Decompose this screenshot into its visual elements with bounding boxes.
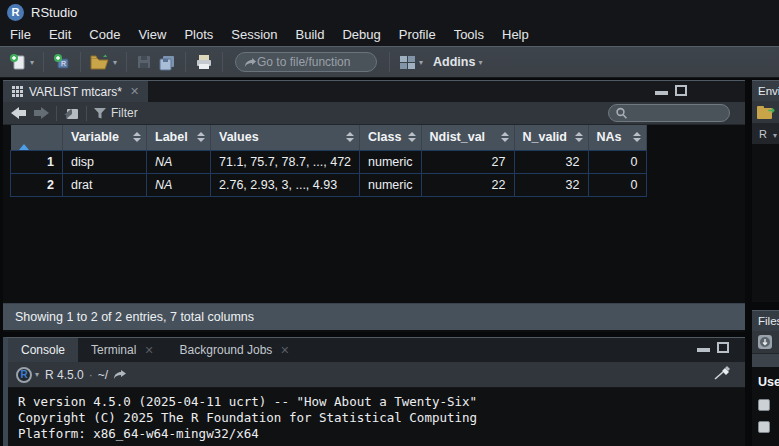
- maximize-icon[interactable]: [675, 85, 687, 96]
- viewer-tabstrip: VARLIST mtcars* ✕: [3, 81, 745, 102]
- r-version-label[interactable]: R 4.5.0: [45, 368, 84, 382]
- new-file-button[interactable]: ▾: [6, 50, 37, 74]
- viewer-toolbar: Filter: [3, 102, 745, 125]
- sort-icon: [197, 132, 205, 142]
- file-checkbox[interactable]: [758, 421, 770, 433]
- save-button[interactable]: [133, 50, 155, 74]
- close-icon[interactable]: ✕: [130, 85, 139, 98]
- chevron-down-icon[interactable]: ▾: [35, 370, 39, 379]
- new-project-icon: R: [53, 53, 71, 71]
- right-panel: Environment ➜ R ▾ Files: [752, 78, 779, 446]
- open-folder-icon: [90, 54, 110, 70]
- tab-background-jobs[interactable]: Background Jobs ✕: [167, 338, 303, 362]
- table-search-box[interactable]: [608, 104, 730, 122]
- tab-environment[interactable]: Environment: [752, 80, 779, 101]
- goto-directory-icon[interactable]: [113, 369, 127, 380]
- titlebar: R RStudio: [0, 0, 779, 24]
- workspace: VARLIST mtcars* ✕: [0, 78, 779, 446]
- col-values[interactable]: Values: [211, 125, 360, 150]
- minimize-icon[interactable]: [697, 348, 710, 352]
- save-all-icon: [158, 54, 176, 71]
- file-checkbox[interactable]: [758, 399, 770, 411]
- files-path-label: User: [752, 367, 779, 389]
- save-icon: [136, 54, 152, 70]
- new-folder-icon[interactable]: [757, 334, 773, 350]
- sort-icon: [633, 132, 641, 142]
- tab-varlist-mtcars[interactable]: VARLIST mtcars* ✕: [3, 81, 148, 102]
- console-line: R version 4.5.0 (2025-04-11 ucrt) -- "Ho…: [18, 394, 477, 409]
- r-version-icon: R: [16, 367, 32, 383]
- new-file-icon: [9, 53, 27, 71]
- addins-button[interactable]: Addins ▾: [426, 50, 485, 74]
- clear-console-broom-icon[interactable]: [713, 365, 731, 381]
- sorted-ascending-icon: [19, 130, 29, 150]
- tab-terminal[interactable]: Terminal ✕: [78, 338, 167, 362]
- console-tabstrip: Console Terminal ✕ Background Jobs ✕: [8, 338, 745, 362]
- tab-console[interactable]: Console: [8, 338, 78, 362]
- menu-profile[interactable]: Profile: [390, 24, 445, 46]
- col-variable[interactable]: Variable: [63, 125, 147, 150]
- files-header-strip: [752, 354, 779, 367]
- maximize-icon[interactable]: [717, 342, 729, 353]
- menu-file[interactable]: File: [1, 24, 40, 46]
- col-n-valid[interactable]: N_valid: [514, 125, 588, 150]
- chevron-down-icon: ▾: [419, 58, 423, 67]
- environment-body: [752, 144, 779, 302]
- new-project-button[interactable]: R: [50, 50, 74, 74]
- chevron-down-icon: ▾: [113, 58, 117, 67]
- print-button[interactable]: [192, 50, 216, 74]
- col-nas[interactable]: NAs: [588, 125, 646, 150]
- goto-file-input[interactable]: [257, 55, 367, 69]
- back-arrow-icon[interactable]: [11, 107, 27, 119]
- menu-help[interactable]: Help: [493, 24, 538, 46]
- rownum-header[interactable]: [11, 125, 63, 150]
- table-row[interactable]: 2 drat NA 2.76, 2.93, 3, ..., 4.93 numer…: [11, 173, 647, 196]
- tab-label: VARLIST mtcars*: [29, 85, 122, 99]
- close-icon[interactable]: ✕: [144, 344, 153, 357]
- print-icon: [195, 54, 213, 71]
- filter-funnel-icon[interactable]: [94, 108, 106, 119]
- save-all-button[interactable]: [155, 50, 179, 74]
- menu-session[interactable]: Session: [222, 24, 286, 46]
- menu-view[interactable]: View: [129, 24, 175, 46]
- environment-toolbar: ➜: [752, 101, 779, 124]
- panes-layout-button[interactable]: ▾: [396, 50, 426, 74]
- sort-icon: [575, 132, 583, 142]
- chevron-down-icon: ▾: [30, 58, 34, 67]
- popout-icon[interactable]: [64, 107, 79, 120]
- files-pane: Files User: [752, 310, 779, 446]
- console-output[interactable]: R version 4.5.0 (2025-04-11 ucrt) -- "Ho…: [8, 388, 745, 446]
- menu-tools[interactable]: Tools: [445, 24, 493, 46]
- viewer-pane: VARLIST mtcars* ✕: [3, 80, 745, 332]
- goto-file-box[interactable]: [235, 52, 377, 72]
- varlist-table: Variable Label Values Class Ndist_val N_…: [10, 125, 647, 197]
- panes-grid-icon: [399, 55, 416, 70]
- table-search-input[interactable]: [628, 107, 718, 119]
- tab-files[interactable]: Files: [752, 310, 779, 331]
- svg-text:R: R: [61, 60, 66, 67]
- col-ndist-val[interactable]: Ndist_val: [421, 125, 514, 150]
- close-icon[interactable]: ✕: [280, 344, 289, 357]
- open-file-button[interactable]: ▾: [87, 50, 120, 74]
- working-directory[interactable]: ~/: [98, 368, 108, 382]
- search-icon: [615, 107, 628, 120]
- forward-arrow-icon[interactable]: [33, 107, 49, 119]
- menu-debug[interactable]: Debug: [333, 24, 389, 46]
- table-row[interactable]: 1 disp NA 71.1, 75.7, 78.7, ..., 472 num…: [11, 150, 647, 173]
- console-line: Copyright (C) 2025 The R Foundation for …: [18, 410, 477, 425]
- menu-build[interactable]: Build: [287, 24, 334, 46]
- console-toolbar: R ▾ R 4.5.0 · ~/: [8, 362, 745, 388]
- menu-plots[interactable]: Plots: [175, 24, 222, 46]
- filter-button[interactable]: Filter: [111, 106, 138, 120]
- table-header-row: Variable Label Values Class Ndist_val N_…: [11, 125, 647, 150]
- window-title: RStudio: [31, 5, 77, 20]
- menu-code[interactable]: Code: [80, 24, 129, 46]
- col-label[interactable]: Label: [147, 125, 211, 150]
- load-workspace-icon[interactable]: ➜: [757, 106, 774, 119]
- environment-pane: Environment ➜ R ▾: [752, 80, 779, 302]
- sort-icon: [346, 132, 354, 142]
- environment-r-dropdown[interactable]: R ▾: [752, 124, 779, 144]
- menu-edit[interactable]: Edit: [40, 24, 80, 46]
- minimize-icon[interactable]: [655, 91, 668, 95]
- col-class[interactable]: Class: [360, 125, 421, 150]
